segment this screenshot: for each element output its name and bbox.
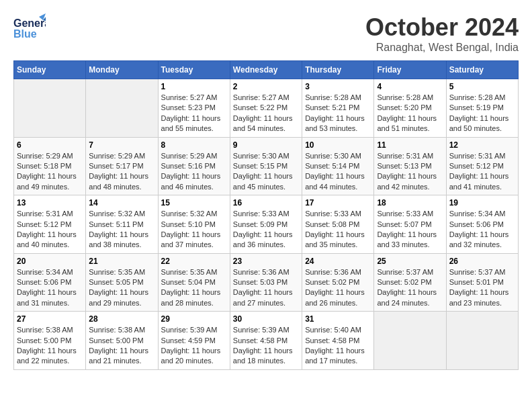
calendar-cell: 8Sunrise: 5:29 AMSunset: 5:16 PMDaylight…: [158, 137, 230, 195]
calendar-cell: 14Sunrise: 5:32 AMSunset: 5:11 PMDayligh…: [86, 195, 158, 254]
logo: General Blue: [13, 13, 46, 40]
day-info: Sunrise: 5:35 AMSunset: 5:05 PMDaylight:…: [89, 267, 154, 309]
day-number: 11: [377, 140, 443, 150]
day-number: 24: [305, 257, 371, 266]
weekday-header: Monday: [86, 61, 158, 79]
calendar-cell: 13Sunrise: 5:31 AMSunset: 5:12 PMDayligh…: [14, 195, 86, 254]
calendar-cell: 23Sunrise: 5:36 AMSunset: 5:03 PMDayligh…: [230, 253, 302, 312]
day-info: Sunrise: 5:28 AMSunset: 5:20 PMDaylight:…: [377, 93, 443, 134]
day-info: Sunrise: 5:33 AMSunset: 5:08 PMDaylight:…: [305, 209, 371, 250]
day-number: 22: [161, 257, 227, 266]
calendar-cell: [446, 312, 518, 370]
day-info: Sunrise: 5:28 AMSunset: 5:21 PMDaylight:…: [305, 93, 371, 134]
day-number: 12: [449, 140, 515, 150]
day-number: 20: [17, 257, 83, 266]
day-number: 2: [233, 82, 299, 91]
calendar-cell: 12Sunrise: 5:31 AMSunset: 5:12 PMDayligh…: [446, 137, 518, 195]
day-number: 13: [17, 198, 83, 208]
day-info: Sunrise: 5:34 AMSunset: 5:06 PMDaylight:…: [449, 209, 515, 250]
calendar-cell: [86, 79, 158, 138]
day-info: Sunrise: 5:38 AMSunset: 5:00 PMDaylight:…: [89, 325, 154, 367]
calendar-cell: 26Sunrise: 5:37 AMSunset: 5:01 PMDayligh…: [446, 253, 518, 312]
day-info: Sunrise: 5:35 AMSunset: 5:04 PMDaylight:…: [161, 267, 227, 309]
day-info: Sunrise: 5:37 AMSunset: 5:02 PMDaylight:…: [377, 267, 443, 309]
day-info: Sunrise: 5:34 AMSunset: 5:06 PMDaylight:…: [17, 267, 83, 309]
day-number: 8: [161, 140, 227, 150]
day-info: Sunrise: 5:37 AMSunset: 5:01 PMDaylight:…: [449, 267, 515, 309]
svg-text:General: General: [13, 17, 46, 29]
day-number: 23: [233, 257, 299, 266]
day-number: 17: [305, 198, 371, 208]
svg-text:Blue: Blue: [13, 28, 37, 40]
day-info: Sunrise: 5:36 AMSunset: 5:03 PMDaylight:…: [233, 267, 299, 309]
day-number: 21: [89, 257, 154, 266]
calendar-cell: 10Sunrise: 5:30 AMSunset: 5:14 PMDayligh…: [302, 137, 374, 195]
calendar-cell: [14, 79, 86, 138]
month-title: October 2024: [365, 13, 519, 42]
logo-icon: General Blue: [13, 13, 46, 40]
day-number: 26: [449, 257, 515, 266]
calendar-cell: 7Sunrise: 5:29 AMSunset: 5:17 PMDaylight…: [86, 137, 158, 195]
day-number: 7: [89, 140, 154, 150]
calendar-header-row: SundayMondayTuesdayWednesdayThursdayFrid…: [14, 61, 519, 79]
calendar-cell: 1Sunrise: 5:27 AMSunset: 5:23 PMDaylight…: [158, 79, 230, 138]
calendar-week-row: 13Sunrise: 5:31 AMSunset: 5:12 PMDayligh…: [14, 195, 519, 254]
day-number: 14: [89, 198, 154, 208]
day-number: 27: [17, 314, 83, 324]
day-number: 31: [305, 314, 371, 324]
calendar-table: SundayMondayTuesdayWednesdayThursdayFrid…: [13, 60, 519, 370]
title-block: October 2024 Ranaghat, West Bengal, Indi…: [365, 13, 519, 54]
calendar-cell: 9Sunrise: 5:30 AMSunset: 5:15 PMDaylight…: [230, 137, 302, 195]
day-info: Sunrise: 5:38 AMSunset: 5:00 PMDaylight:…: [17, 325, 83, 367]
day-number: 6: [17, 140, 83, 150]
day-number: 30: [233, 314, 299, 324]
day-info: Sunrise: 5:29 AMSunset: 5:16 PMDaylight:…: [161, 151, 227, 193]
calendar-week-row: 20Sunrise: 5:34 AMSunset: 5:06 PMDayligh…: [14, 253, 519, 312]
day-number: 18: [377, 198, 443, 208]
day-info: Sunrise: 5:27 AMSunset: 5:22 PMDaylight:…: [233, 93, 299, 134]
day-info: Sunrise: 5:31 AMSunset: 5:12 PMDaylight:…: [449, 151, 515, 193]
calendar-cell: 19Sunrise: 5:34 AMSunset: 5:06 PMDayligh…: [446, 195, 518, 254]
day-info: Sunrise: 5:39 AMSunset: 4:59 PMDaylight:…: [161, 325, 227, 367]
day-info: Sunrise: 5:33 AMSunset: 5:09 PMDaylight:…: [233, 209, 299, 250]
calendar-cell: 27Sunrise: 5:38 AMSunset: 5:00 PMDayligh…: [14, 312, 86, 370]
day-number: 4: [377, 82, 443, 91]
day-info: Sunrise: 5:29 AMSunset: 5:17 PMDaylight:…: [89, 151, 154, 193]
weekday-header: Tuesday: [158, 61, 230, 79]
calendar-cell: 4Sunrise: 5:28 AMSunset: 5:20 PMDaylight…: [374, 79, 446, 138]
calendar-cell: 2Sunrise: 5:27 AMSunset: 5:22 PMDaylight…: [230, 79, 302, 138]
calendar-cell: 30Sunrise: 5:39 AMSunset: 4:58 PMDayligh…: [230, 312, 302, 370]
day-info: Sunrise: 5:39 AMSunset: 4:58 PMDaylight:…: [233, 325, 299, 367]
calendar-cell: 22Sunrise: 5:35 AMSunset: 5:04 PMDayligh…: [158, 253, 230, 312]
calendar-cell: [374, 312, 446, 370]
calendar-cell: 25Sunrise: 5:37 AMSunset: 5:02 PMDayligh…: [374, 253, 446, 312]
day-info: Sunrise: 5:30 AMSunset: 5:15 PMDaylight:…: [233, 151, 299, 193]
calendar-cell: 20Sunrise: 5:34 AMSunset: 5:06 PMDayligh…: [14, 253, 86, 312]
day-info: Sunrise: 5:40 AMSunset: 4:58 PMDaylight:…: [305, 325, 371, 367]
calendar-cell: 6Sunrise: 5:29 AMSunset: 5:18 PMDaylight…: [14, 137, 86, 195]
weekday-header: Friday: [374, 61, 446, 79]
calendar-week-row: 6Sunrise: 5:29 AMSunset: 5:18 PMDaylight…: [14, 137, 519, 195]
day-number: 16: [233, 198, 299, 208]
weekday-header: Thursday: [302, 61, 374, 79]
day-number: 28: [89, 314, 154, 324]
day-number: 19: [449, 198, 515, 208]
day-info: Sunrise: 5:31 AMSunset: 5:13 PMDaylight:…: [377, 151, 443, 193]
day-info: Sunrise: 5:36 AMSunset: 5:02 PMDaylight:…: [305, 267, 371, 309]
day-number: 15: [161, 198, 227, 208]
day-info: Sunrise: 5:32 AMSunset: 5:10 PMDaylight:…: [161, 209, 227, 250]
weekday-header: Saturday: [446, 61, 518, 79]
calendar-cell: 29Sunrise: 5:39 AMSunset: 4:59 PMDayligh…: [158, 312, 230, 370]
day-number: 25: [377, 257, 443, 266]
day-info: Sunrise: 5:33 AMSunset: 5:07 PMDaylight:…: [377, 209, 443, 250]
day-info: Sunrise: 5:32 AMSunset: 5:11 PMDaylight:…: [89, 209, 154, 250]
calendar-cell: 3Sunrise: 5:28 AMSunset: 5:21 PMDaylight…: [302, 79, 374, 138]
calendar-cell: 28Sunrise: 5:38 AMSunset: 5:00 PMDayligh…: [86, 312, 158, 370]
day-info: Sunrise: 5:27 AMSunset: 5:23 PMDaylight:…: [161, 93, 227, 134]
calendar-cell: 31Sunrise: 5:40 AMSunset: 4:58 PMDayligh…: [302, 312, 374, 370]
calendar-cell: 24Sunrise: 5:36 AMSunset: 5:02 PMDayligh…: [302, 253, 374, 312]
day-info: Sunrise: 5:28 AMSunset: 5:19 PMDaylight:…: [449, 93, 515, 134]
day-info: Sunrise: 5:30 AMSunset: 5:14 PMDaylight:…: [305, 151, 371, 193]
calendar-cell: 11Sunrise: 5:31 AMSunset: 5:13 PMDayligh…: [374, 137, 446, 195]
calendar-week-row: 1Sunrise: 5:27 AMSunset: 5:23 PMDaylight…: [14, 79, 519, 138]
